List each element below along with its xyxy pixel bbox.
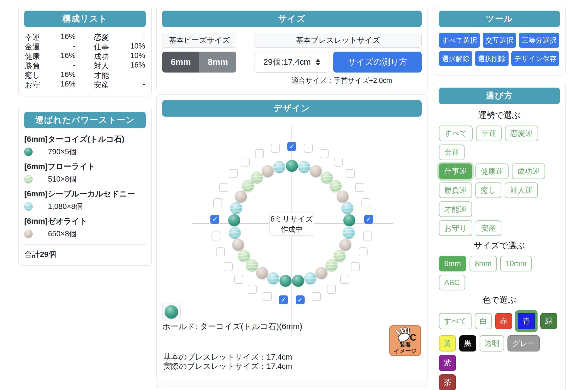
- wear-image-button[interactable]: C 装着 イメージ: [389, 325, 421, 356]
- bracelet-bead[interactable]: [256, 267, 268, 279]
- filter-chip[interactable]: 仕事運: [439, 163, 472, 179]
- bead-checkbox[interactable]: [359, 247, 368, 256]
- bead-checkbox[interactable]: [255, 149, 264, 158]
- bead-checkbox[interactable]: [224, 262, 233, 271]
- bracelet-bead[interactable]: [341, 202, 353, 214]
- filter-chip[interactable]: 才能運: [439, 201, 472, 217]
- tool-button[interactable]: すべて選択: [439, 33, 480, 48]
- bracelet-bead[interactable]: [330, 180, 342, 192]
- bracelet-bead[interactable]: [292, 275, 304, 287]
- bracelet-bead[interactable]: [251, 172, 263, 184]
- bracelet-bead[interactable]: [273, 161, 285, 173]
- bracelet-bead[interactable]: [246, 259, 258, 271]
- bead-checkbox[interactable]: [212, 232, 220, 240]
- bracelet-bead[interactable]: [280, 275, 291, 287]
- filter-chip[interactable]: 8mm: [470, 256, 497, 271]
- bracelet-bead[interactable]: [337, 191, 349, 203]
- color-filter-chip[interactable]: 赤: [495, 313, 512, 329]
- color-filter-chip[interactable]: 緑: [540, 313, 557, 329]
- filter-chip[interactable]: 幸運: [476, 126, 502, 141]
- bead-checkbox[interactable]: [234, 275, 243, 284]
- bracelet-bead[interactable]: [230, 202, 242, 214]
- bead-checkbox-checked[interactable]: ✓: [279, 295, 288, 304]
- bead-checkbox[interactable]: [219, 183, 228, 192]
- bracelet-bead[interactable]: [242, 180, 254, 192]
- filter-chip[interactable]: 金運: [439, 145, 465, 160]
- bead-checkbox-checked[interactable]: ✓: [364, 215, 373, 224]
- bracelet-bead[interactable]: [310, 165, 322, 177]
- color-filter-chip[interactable]: 紫: [439, 355, 456, 371]
- tool-button[interactable]: デザイン保存: [511, 51, 559, 66]
- bead-checkbox[interactable]: [355, 183, 364, 192]
- bead-checkbox-checked[interactable]: ✓: [210, 215, 219, 224]
- bead-checkbox[interactable]: [363, 232, 372, 240]
- composition-cell: 健康16%: [25, 51, 85, 61]
- bracelet-bead[interactable]: [229, 227, 241, 239]
- bead-checkbox[interactable]: [271, 144, 280, 153]
- bead-checkbox[interactable]: [351, 262, 360, 271]
- tool-button[interactable]: 選択解除: [439, 51, 472, 66]
- bracelet-bead[interactable]: [262, 165, 274, 177]
- filter-chip[interactable]: ABC: [439, 275, 465, 290]
- bead-checkbox[interactable]: [327, 285, 336, 294]
- filter-chip[interactable]: 成功運: [512, 163, 545, 179]
- color-filter-chip[interactable]: 白: [475, 313, 492, 329]
- color-filter-chip[interactable]: 黒: [459, 335, 476, 352]
- filter-chip[interactable]: 恋愛運: [505, 126, 538, 141]
- filter-chip[interactable]: 健康運: [475, 163, 509, 179]
- color-filter-chip[interactable]: グレー: [507, 335, 540, 352]
- bracelet-bead[interactable]: [315, 267, 327, 279]
- bead-checkbox[interactable]: [346, 169, 355, 178]
- bead-checkbox[interactable]: [312, 292, 321, 301]
- color-filter-chip[interactable]: すべて: [439, 313, 472, 329]
- composition-cell: 癒し16%: [25, 70, 85, 80]
- bead-checkbox[interactable]: [248, 285, 257, 294]
- bead-checkbox-checked[interactable]: ✓: [287, 142, 296, 151]
- tool-button[interactable]: 三等分選択: [519, 33, 559, 48]
- filter-chip[interactable]: 6mm: [439, 256, 466, 271]
- bracelet-bead[interactable]: [343, 227, 355, 239]
- bracelet-size-select[interactable]: 29個:17.4cm: [254, 52, 329, 73]
- tool-button[interactable]: 選択削除: [475, 51, 509, 66]
- filter-chip[interactable]: 10mm: [500, 256, 532, 271]
- bead-checkbox-checked[interactable]: ✓: [296, 295, 305, 304]
- bracelet-bead[interactable]: [267, 272, 279, 284]
- bracelet-bead[interactable]: [286, 160, 298, 172]
- bracelet-bead[interactable]: [235, 191, 247, 203]
- filter-chip[interactable]: お守り: [439, 220, 472, 236]
- color-filter-chip[interactable]: 透明: [480, 335, 504, 352]
- bead-checkbox[interactable]: [361, 198, 370, 207]
- bead-checkbox[interactable]: [340, 275, 349, 284]
- bracelet-bead[interactable]: [238, 250, 250, 262]
- color-filter-chip[interactable]: 青: [518, 313, 535, 329]
- filter-chip[interactable]: 癒し: [475, 182, 501, 198]
- bracelet-bead[interactable]: [339, 239, 351, 251]
- bead-checkbox[interactable]: [304, 144, 313, 153]
- bracelet-bead[interactable]: [232, 239, 244, 251]
- composition-row: 勝負-対人16%: [25, 61, 145, 71]
- bracelet-bead[interactable]: [343, 214, 355, 226]
- bead-checkbox[interactable]: [213, 198, 222, 207]
- bead-checkbox[interactable]: [334, 158, 343, 167]
- size-measure-button[interactable]: サイズの測り方: [333, 52, 422, 73]
- filter-chip[interactable]: 対人運: [505, 182, 538, 198]
- bracelet-bead[interactable]: [334, 250, 346, 262]
- bracelet-bead[interactable]: [228, 214, 240, 226]
- bracelet-bead[interactable]: [321, 172, 333, 184]
- filter-chip[interactable]: 安産: [476, 220, 501, 236]
- tool-button[interactable]: 交互選択: [483, 33, 516, 48]
- bracelet-bead[interactable]: [298, 161, 310, 173]
- bead-size-option-8mm[interactable]: 8mm: [199, 52, 236, 73]
- bead-checkbox[interactable]: [229, 169, 238, 178]
- filter-chip[interactable]: すべて: [439, 126, 473, 141]
- bead-checkbox[interactable]: [241, 158, 250, 167]
- color-filter-chip[interactable]: 茶: [439, 374, 456, 390]
- filter-chip[interactable]: 勝負運: [439, 182, 472, 198]
- bead-size-option-6mm[interactable]: 6mm: [162, 52, 199, 73]
- bracelet-bead[interactable]: [304, 272, 316, 284]
- bead-checkbox[interactable]: [320, 149, 329, 158]
- bead-checkbox[interactable]: [216, 247, 225, 256]
- bracelet-bead[interactable]: [325, 259, 337, 271]
- bead-checkbox[interactable]: [263, 292, 272, 301]
- color-filter-chip[interactable]: 黄: [439, 335, 456, 352]
